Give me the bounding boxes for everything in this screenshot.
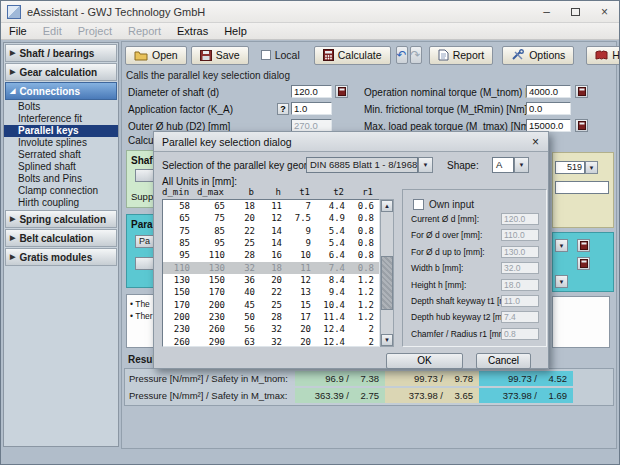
menu-report: Report bbox=[120, 23, 169, 39]
shape-dropdown[interactable]: A ▼ bbox=[492, 157, 529, 173]
key-table-row[interactable]: 95 110 28 16 10 6.4 0.8 bbox=[163, 249, 379, 261]
application-factor-input[interactable] bbox=[291, 102, 332, 115]
teal-calc-button-2[interactable] bbox=[577, 257, 590, 270]
help-book-icon bbox=[595, 50, 608, 61]
own-input-checkbox[interactable] bbox=[413, 199, 424, 210]
calculator-icon bbox=[580, 241, 588, 250]
sidebar-header-belt-calculation[interactable]: ▶ Belt calculation bbox=[5, 229, 117, 247]
chevron-down-icon[interactable]: ▼ bbox=[585, 161, 598, 174]
sidebar-header-gear-calculation[interactable]: ▶ Gear calculation bbox=[5, 63, 117, 81]
own-input-field: 130.0 bbox=[501, 246, 539, 258]
teal-calc-button[interactable] bbox=[577, 239, 590, 252]
key-table-row[interactable]: 260 290 63 32 20 12.4 2 bbox=[163, 336, 379, 347]
own-input-field: 32.0 bbox=[501, 262, 539, 274]
geometry-dropdown[interactable]: DIN 6885 Blatt 1 - 8/1968 ▼ bbox=[306, 157, 433, 173]
sidebar-item[interactable]: Parallel keys bbox=[4, 125, 118, 137]
key-table-row[interactable]: 200 230 50 28 17 11.4 1.2 bbox=[163, 311, 379, 323]
sidebar-item[interactable]: Serrated shaft bbox=[4, 149, 118, 161]
key-table-row[interactable]: 58 65 18 11 7 4.4 0.6 bbox=[163, 200, 379, 212]
sidebar-item[interactable]: Involute splines bbox=[4, 137, 118, 149]
sidebar-item[interactable]: Splined shaft bbox=[4, 161, 118, 173]
calculator-icon bbox=[323, 49, 334, 61]
sidebar-item[interactable]: Clamp connection bbox=[4, 185, 118, 197]
key-table-row[interactable]: 170 200 45 25 15 10.4 1.2 bbox=[163, 299, 379, 311]
key-table-row[interactable]: 75 85 22 14 9 5.4 0.8 bbox=[163, 225, 379, 237]
sidebar-item[interactable]: Hirth coupling bbox=[4, 197, 118, 209]
dialog-titlebar: Parallel key selection dialog bbox=[154, 132, 548, 152]
sidebar-item[interactable]: Bolts bbox=[4, 101, 118, 113]
local-checkbox[interactable] bbox=[261, 50, 271, 60]
local-checkbox-group[interactable]: Local bbox=[261, 49, 300, 61]
options-tools-icon bbox=[511, 49, 525, 61]
help-button[interactable]: Help bbox=[586, 46, 620, 65]
key-table-row[interactable]: 130 150 36 20 12 8.4 1.2 bbox=[163, 274, 379, 286]
scrollbar-thumb[interactable] bbox=[381, 256, 393, 310]
key-table-row[interactable]: 110 130 32 18 11 7.4 0.8 bbox=[163, 262, 379, 274]
teal-dropdown-fragment[interactable]: ▼ bbox=[555, 239, 568, 252]
save-label: Save bbox=[216, 49, 240, 61]
nominal-torque-input[interactable] bbox=[526, 85, 571, 98]
application-factor-label: Application factor (K_A) bbox=[128, 104, 233, 115]
own-input-panel: Own input Current Ø d [mm]: 120.0 For Ø … bbox=[402, 189, 547, 347]
own-input-field-row: For Ø d up to [mm]: 130.0 bbox=[403, 245, 546, 261]
own-input-checkbox-row[interactable]: Own input bbox=[403, 196, 546, 212]
dialog-close-icon[interactable]: × bbox=[528, 135, 543, 150]
key-table-row[interactable]: 230 260 56 32 20 12.4 2 bbox=[163, 323, 379, 335]
chevron-down-icon[interactable]: ▼ bbox=[514, 157, 529, 173]
app-icon bbox=[7, 5, 21, 19]
menubar: File Edit Project Report Extras Help bbox=[1, 23, 619, 40]
close-button[interactable]: × bbox=[590, 1, 619, 23]
chevron-down-icon[interactable]: ▼ bbox=[555, 239, 568, 252]
minimize-button[interactable]: – bbox=[532, 1, 561, 23]
sidebar-header-label: Spring calculation bbox=[19, 214, 106, 225]
report-button[interactable]: Report bbox=[429, 46, 494, 65]
key-table-row[interactable]: 85 95 25 14 9 5.4 0.8 bbox=[163, 237, 379, 249]
menu-help[interactable]: Help bbox=[216, 23, 255, 39]
nominal-torque-calc-button[interactable] bbox=[575, 85, 588, 98]
options-button[interactable]: Options bbox=[502, 46, 574, 65]
undo-button[interactable]: ↶ bbox=[396, 46, 408, 64]
frictional-torque-input[interactable] bbox=[526, 102, 571, 115]
sidebar-header-connections[interactable]: ◢ Connections bbox=[5, 82, 117, 100]
shape-label: Shape: bbox=[447, 160, 479, 171]
save-button[interactable]: Save bbox=[191, 46, 249, 65]
sidebar-header-label: Connections bbox=[19, 86, 80, 97]
geometry-dropdown-value: DIN 6885 Blatt 1 - 8/1968 bbox=[306, 157, 418, 173]
menu-extras[interactable]: Extras bbox=[169, 23, 216, 39]
maximize-icon bbox=[571, 8, 580, 16]
right-dropdown-fragment[interactable]: 519 ▼ bbox=[555, 161, 598, 174]
sidebar-header-label: Shaft / bearings bbox=[19, 48, 94, 59]
maximize-button[interactable] bbox=[561, 1, 590, 23]
chevron-down-icon[interactable]: ▼ bbox=[555, 275, 568, 288]
sidebar-header-gratis-modules[interactable]: ▶ Gratis modules bbox=[5, 248, 117, 266]
key-table-row[interactable]: 65 75 20 12 7.5 4.9 0.8 bbox=[163, 212, 379, 224]
ok-button[interactable]: OK bbox=[386, 353, 463, 369]
open-button[interactable]: Open bbox=[125, 46, 187, 65]
result-cell: 99.73 /9.78 bbox=[385, 371, 479, 386]
sidebar-item[interactable]: Interference fit bbox=[4, 113, 118, 125]
own-input-field-row: Width b [mm]: 32.0 bbox=[403, 261, 546, 277]
teal-dropdown-fragment-2[interactable]: ▼ bbox=[555, 275, 568, 288]
right-tan-panel-fragment: 519 ▼ bbox=[552, 152, 614, 228]
key-table-scrollbar[interactable]: ▲ ▼ bbox=[380, 199, 394, 347]
collapsed-arrow-icon: ▶ bbox=[10, 49, 15, 57]
sidebar-header-spring-calculation[interactable]: ▶ Spring calculation bbox=[5, 210, 117, 228]
options-label: Options bbox=[529, 49, 565, 61]
key-table-row[interactable]: 150 170 40 22 13 9.4 1.2 bbox=[163, 286, 379, 298]
sidebar-header-shaft-bearings[interactable]: ▶ Shaft / bearings bbox=[5, 44, 117, 62]
diameter-calc-button[interactable] bbox=[335, 85, 348, 98]
chevron-down-icon[interactable]: ▼ bbox=[418, 157, 433, 173]
calculate-button[interactable]: Calculate bbox=[314, 46, 391, 65]
diameter-shaft-input[interactable] bbox=[291, 85, 332, 98]
own-input-field: 11.0 bbox=[501, 295, 539, 307]
scroll-down-icon[interactable]: ▼ bbox=[381, 334, 393, 346]
sidebar-connections-list: Bolts Interference fit Parallel keys Inv… bbox=[4, 101, 118, 209]
application-factor-help-button[interactable]: ? bbox=[277, 103, 289, 115]
peak-torque-calc-button[interactable] bbox=[575, 119, 588, 132]
menu-file[interactable]: File bbox=[1, 23, 35, 39]
shape-dropdown-value: A bbox=[492, 157, 514, 173]
sidebar-item[interactable]: Bolts and Pins bbox=[4, 173, 118, 185]
cancel-button[interactable]: Cancel bbox=[476, 353, 531, 369]
scroll-up-icon[interactable]: ▲ bbox=[381, 200, 393, 212]
redo-button: ↷ bbox=[410, 46, 422, 64]
